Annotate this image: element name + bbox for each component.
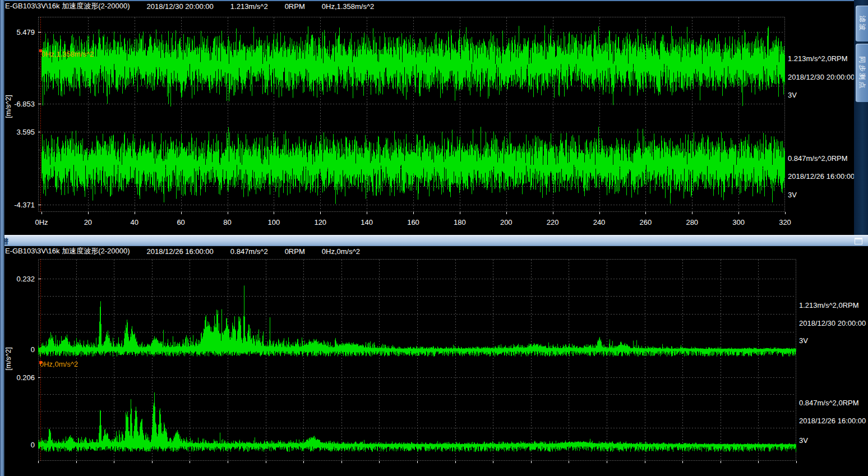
y-axis-label: 0 [0,345,35,354]
y-axis-label: 3.595 [0,128,35,136]
x-tick-label: 240 [593,218,606,227]
x-tick-label: 160 [407,218,419,227]
right-tab-strip: 滤波 同步测点 [854,0,868,235]
x-tick-label: 20 [84,218,92,227]
y-axis-label: -4.371 [0,201,35,209]
x-tick-label: 260 [640,218,652,227]
overall-value: 0.847m/s^2 [230,247,268,256]
restore-window-button[interactable] [855,238,862,244]
measurement-datetime: 2018/12/30 20:00:00 [147,2,214,11]
measurement-path: E-GB103\3V\16k 加速度波形(2-20000) [5,1,130,11]
trace-info-label: 3V [799,436,808,445]
x-tick-label: 300 [732,218,745,227]
y-axis-label: 0.232 [0,275,35,283]
waveform-canvas[interactable] [38,17,787,216]
y-axis-label: 0.206 [0,373,35,382]
trace-info-label: 3V [799,336,808,345]
cursor-readout: 0Hz,1.358m/s^2 [322,2,375,11]
x-tick-label: 180 [454,218,466,227]
y-axis-label: 0 [0,441,35,449]
spectrum-window-dragbar[interactable]: 频谱 [0,235,868,246]
x-tick-label: 220 [547,218,559,227]
trace-info-label: 0.847m/s^2,0RPM [788,154,848,163]
cursor-readout: 0Hz,0m/s^2 [322,247,360,256]
trace-info-label: 0.847m/s^2,0RPM [799,399,859,407]
window-left-border [0,0,4,476]
x-tick-label: 80 [223,218,231,227]
x-tick-label: 100 [268,218,280,227]
trace-info-label: 3V [788,191,797,199]
trace-info-label: 1.213m/s^2,0RPM [788,54,848,63]
cursor-annotation: 0Hz,0m/s^2 [40,360,78,368]
cursor-annotation: 0Hz,1.358m/s^2 [41,50,94,58]
waveform-window: E-GB103\3V\16k 加速度波形(2-20000) 2018/12/30… [0,0,868,233]
measurement-datetime: 2018/12/26 16:00:00 [147,247,214,256]
tab-filter-label: 滤波 [857,15,867,32]
y-axis-label: 5.479 [0,28,35,36]
tab-sync-points-label: 同步测点 [857,56,867,90]
x-tick-label: 320 [779,218,791,227]
spectrum-canvas[interactable] [38,259,798,464]
x-tick-label: 140 [361,218,373,227]
x-tick-label: 120 [314,218,326,227]
trace-info-label: 2018/12/26 16:00:00 [799,417,866,425]
rpm-value: 0RPM [285,2,305,11]
spectrum-window: E-GB103\3V\16k 加速度波形(2-20000) 2018/12/26… [0,246,868,476]
trace-info-label: 1.213m/s^2,0RPM [799,301,859,309]
tab-sync-points[interactable]: 同步测点 [856,44,868,102]
trace-info-label: 2018/12/26 16:00:00 [788,172,855,181]
x-tick-label: 280 [686,218,698,227]
waveform-window-titlebar: E-GB103\3V\16k 加速度波形(2-20000) 2018/12/30… [0,0,868,11]
spectrum-window-titlebar: E-GB103\3V\16k 加速度波形(2-20000) 2018/12/26… [0,246,868,257]
x-tick-label: 60 [177,218,184,227]
rpm-value: 0RPM [285,247,305,256]
overall-value: 1.213m/s^2 [230,2,268,11]
trace-info-label: 2018/12/30 20:00:00 [799,319,866,327]
x-tick-label: 40 [131,218,138,227]
y-axis-label: -6.853 [0,100,35,108]
x-tick-label: 0Hz [35,218,48,227]
x-tick-label: 200 [500,218,513,227]
measurement-path: E-GB103\3V\16k 加速度波形(2-20000) [5,246,130,256]
tab-filter[interactable]: 滤波 [856,6,868,41]
trace-info-label: 2018/12/30 20:00:00 [788,73,855,81]
trace-info-label: 3V [788,91,797,99]
